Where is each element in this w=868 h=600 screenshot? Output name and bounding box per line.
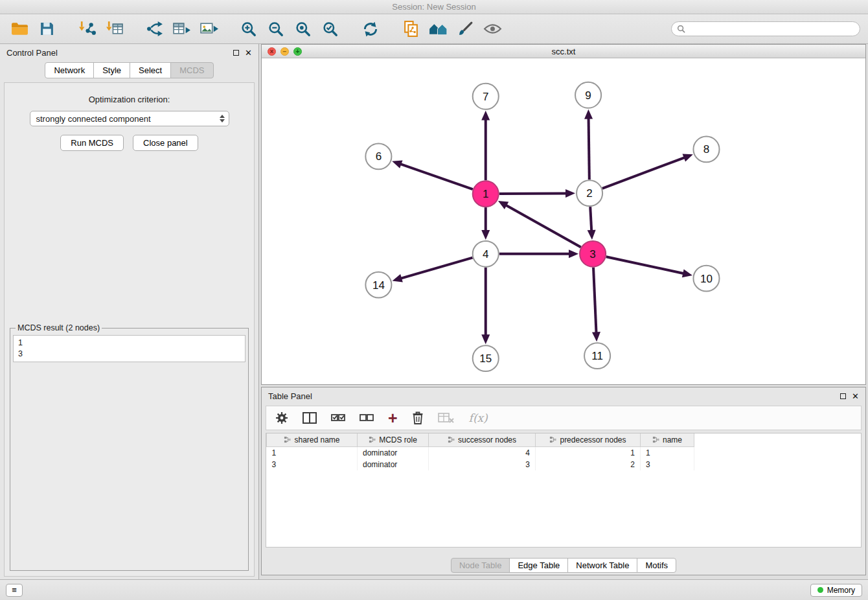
column-header-name[interactable]: name	[641, 433, 694, 446]
share-arrows-icon	[146, 20, 163, 38]
node-label: 9	[585, 89, 591, 102]
node-4[interactable]: 4	[473, 241, 499, 267]
zoom-selected-button[interactable]	[319, 17, 342, 41]
zoom-in-button[interactable]	[237, 17, 260, 41]
function-builder-button[interactable]: f(x)	[469, 408, 488, 428]
tab-select[interactable]: Select	[130, 62, 171, 78]
float-panel-icon[interactable]	[233, 50, 239, 56]
zoom-fit-button[interactable]	[291, 17, 315, 41]
export-table-button[interactable]	[170, 17, 193, 41]
node-10[interactable]: 10	[693, 266, 719, 292]
unchecked-boxes-icon	[360, 413, 374, 423]
mcds-result-line: 1	[18, 338, 240, 349]
open-session-button[interactable]	[8, 17, 31, 41]
import-group	[75, 17, 126, 41]
edge-1-2[interactable]	[499, 193, 567, 194]
node-table: shared name MCDS role	[266, 433, 862, 548]
search-input[interactable]	[689, 25, 854, 34]
delete-column-button[interactable]	[412, 408, 424, 428]
run-mcds-button[interactable]: Run MCDS	[60, 135, 124, 151]
edge-2-3[interactable]	[590, 207, 591, 231]
show-columns-button[interactable]	[303, 408, 317, 428]
tab-node-table[interactable]: Node Table	[451, 558, 510, 573]
criterion-dropdown[interactable]: strongly connected component	[30, 111, 229, 126]
edge-2-8[interactable]	[602, 157, 685, 189]
node-1[interactable]: 1	[473, 181, 499, 207]
window-titlebar: Session: New Session	[0, 0, 868, 14]
table-settings-button[interactable]	[275, 408, 288, 428]
deselect-all-columns-button[interactable]	[360, 408, 374, 428]
apply-style-button[interactable]	[453, 17, 477, 41]
show-graphics-details-button[interactable]	[481, 17, 504, 41]
edge-arrowhead	[481, 111, 490, 121]
import-network-button[interactable]	[75, 17, 98, 41]
edge-3-11[interactable]	[593, 268, 597, 334]
edge-3-10[interactable]	[606, 257, 685, 273]
zoom-fit-icon	[295, 21, 311, 37]
clone-network-button[interactable]	[399, 17, 422, 41]
tab-style[interactable]: Style	[93, 62, 130, 78]
zoom-out-button[interactable]	[264, 17, 288, 41]
window-close-light[interactable]: ×	[268, 47, 276, 56]
edge-1-6[interactable]	[400, 164, 472, 189]
table-tabs: Node Table Edge Table Network Table Moti…	[262, 558, 865, 575]
delete-table-button[interactable]	[438, 408, 455, 428]
column-header-successor-nodes[interactable]: successor nodes	[429, 433, 536, 446]
node-3[interactable]: 3	[580, 241, 606, 267]
new-network-button[interactable]	[143, 17, 166, 41]
tab-motifs[interactable]: Motifs	[637, 558, 676, 573]
node-8[interactable]: 8	[693, 137, 719, 163]
close-table-panel-icon[interactable]: ✕	[852, 392, 859, 400]
refresh-button[interactable]	[359, 17, 382, 41]
delete-table-icon	[438, 412, 455, 424]
node-6[interactable]: 6	[365, 143, 391, 169]
table-row[interactable]: 3 dominator 3 2 3	[267, 459, 694, 470]
edge-3-1[interactable]	[505, 205, 580, 247]
tab-mcds[interactable]: MCDS	[170, 62, 213, 78]
node-14[interactable]: 14	[365, 272, 391, 298]
zoom-group	[237, 17, 342, 41]
clone-document-icon	[404, 20, 418, 38]
edge-4-14[interactable]	[400, 258, 472, 279]
select-all-columns-button[interactable]	[331, 408, 345, 428]
node-label: 2	[586, 187, 592, 200]
network-overview-button[interactable]	[426, 17, 450, 41]
close-panel-button[interactable]: Close panel	[133, 135, 198, 151]
table-panel: Table Panel ✕	[261, 387, 866, 575]
memory-button[interactable]: Memory	[810, 584, 862, 597]
import-table-button[interactable]	[102, 17, 126, 41]
edge-arrowhead	[584, 110, 593, 119]
node-2[interactable]: 2	[577, 180, 602, 206]
node-15[interactable]: 15	[473, 345, 499, 371]
tab-network-table[interactable]: Network Table	[567, 558, 637, 573]
export-table-icon	[172, 21, 191, 37]
paintbrush-icon	[457, 21, 474, 37]
export-image-button[interactable]	[197, 17, 220, 41]
network-canvas[interactable]: 7968124314101511	[262, 58, 865, 384]
import-network-icon	[78, 20, 97, 38]
window-zoom-light[interactable]: +	[293, 47, 302, 56]
save-session-button[interactable]	[35, 17, 58, 41]
edge-2-9[interactable]	[589, 118, 589, 180]
optimization-criterion-label: Optimization criterion:	[5, 95, 254, 104]
mcds-result-group: MCDS result (2 nodes) 1 3	[10, 323, 249, 571]
close-panel-icon[interactable]: ✕	[245, 49, 252, 57]
node-11[interactable]: 11	[584, 343, 610, 369]
memory-status-dot	[817, 587, 823, 593]
add-column-button[interactable]: +	[388, 408, 398, 428]
right-column: × − + scc.txt 7968124314101511 Table Pan…	[259, 44, 868, 579]
column-header-predecessor-nodes[interactable]: predecessor nodes	[536, 433, 641, 446]
node-7[interactable]: 7	[473, 84, 499, 110]
tab-network[interactable]: Network	[45, 62, 94, 78]
node-9[interactable]: 9	[575, 82, 601, 108]
table-row[interactable]: 1 dominator 4 1 1	[267, 446, 694, 459]
status-list-button[interactable]: ≡	[6, 584, 23, 597]
column-header-shared-name[interactable]: shared name	[267, 433, 358, 446]
node-label: 3	[589, 248, 595, 260]
export-image-icon	[200, 21, 218, 37]
window-minimize-light[interactable]: −	[280, 47, 289, 56]
sort-icon	[448, 436, 455, 443]
float-table-panel-icon[interactable]	[840, 393, 846, 399]
tab-edge-table[interactable]: Edge Table	[509, 558, 568, 573]
column-header-mcds-role[interactable]: MCDS role	[358, 433, 429, 446]
